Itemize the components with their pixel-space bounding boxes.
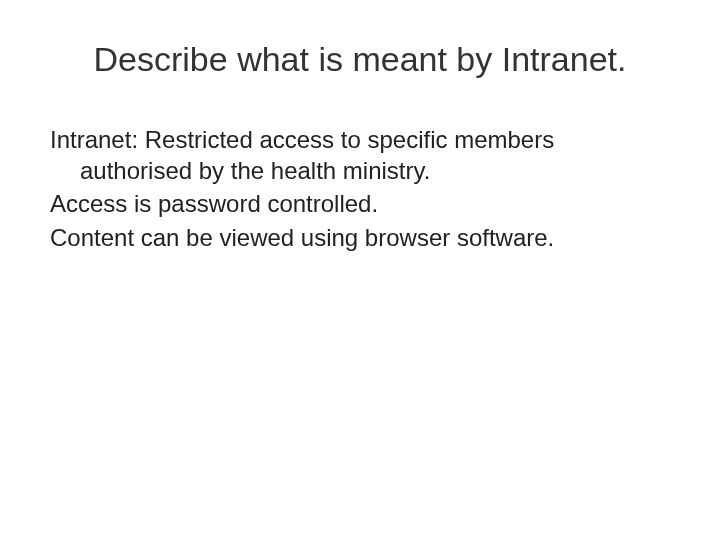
slide-content: Intranet: Restricted access to specific … [50,124,670,253]
slide-container: Describe what is meant by Intranet. Intr… [0,0,720,540]
paragraph-3: Content can be viewed using browser soft… [50,222,670,253]
paragraph-1: Intranet: Restricted access to specific … [50,124,670,186]
paragraph-2: Access is password controlled. [50,188,670,219]
slide-title: Describe what is meant by Intranet. [50,40,670,79]
